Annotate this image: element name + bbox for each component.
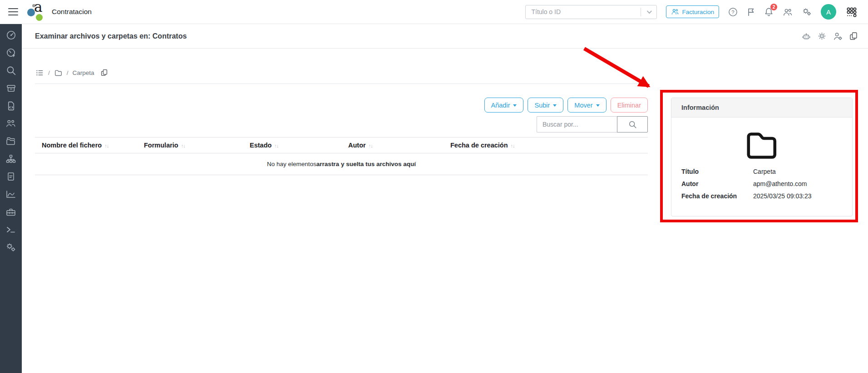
- sort-icon: ↑↓: [274, 143, 278, 148]
- facturacion-button[interactable]: Facturacion: [666, 5, 719, 18]
- caret-down-icon: [513, 104, 517, 107]
- sort-icon: ↑↓: [511, 143, 515, 148]
- info-value: 2025/03/25 09:03:23: [753, 192, 811, 200]
- upload-button-label: Subir: [534, 102, 550, 109]
- large-folder-icon: [745, 131, 779, 161]
- file-toolbar: Añadir Subir Mover Eliminar: [35, 98, 648, 113]
- info-panel: Información Título Carpeta Autor apm@ath…: [671, 98, 853, 216]
- table-search-button[interactable]: [617, 116, 648, 133]
- app-title: Contratacion: [52, 8, 92, 16]
- facturacion-label: Facturacion: [682, 9, 714, 15]
- chart-icon[interactable]: [5, 189, 16, 200]
- empty-drag-text: arrastra y suelta tus archivos aquí: [316, 161, 416, 167]
- sort-icon: ↑↓: [181, 143, 185, 148]
- empty-state-row: No hay elementosarrastra y suelta tus ar…: [35, 153, 648, 175]
- section-divider: [35, 83, 648, 84]
- breadcrumb-folder-label[interactable]: Carpeta: [73, 69, 94, 76]
- drop-zone[interactable]: No hay elementosarrastra y suelta tus ar…: [35, 153, 648, 175]
- add-button[interactable]: Añadir: [484, 98, 524, 113]
- chevron-down-icon: [647, 9, 652, 14]
- files-table: Nombre del fichero↑↓ Formulario↑↓ Estado…: [35, 137, 648, 175]
- document-icon[interactable]: [5, 171, 16, 182]
- caret-down-icon: [553, 104, 557, 107]
- file-code-icon[interactable]: [5, 100, 16, 111]
- sort-icon: ↑↓: [104, 143, 108, 148]
- root-list-icon[interactable]: [35, 69, 44, 77]
- apps-grid-button[interactable]: [845, 6, 857, 18]
- global-search-group: [525, 5, 657, 19]
- caret-down-icon: [596, 104, 600, 107]
- help-button[interactable]: ?: [728, 7, 738, 17]
- gear-icon[interactable]: [817, 31, 827, 41]
- toolbox-icon[interactable]: [5, 206, 16, 217]
- settings-gears-button[interactable]: [802, 7, 812, 16]
- athento-logo[interactable]: a: [26, 2, 46, 22]
- column-header-autor[interactable]: Autor↑↓: [341, 137, 444, 153]
- logo-dot-green: [36, 14, 43, 21]
- global-search-input[interactable]: [526, 8, 641, 15]
- delete-button[interactable]: Eliminar: [611, 98, 648, 113]
- top-navbar: a Contratacion Facturacion ?: [0, 0, 868, 24]
- search-dropdown-toggle[interactable]: [641, 5, 656, 19]
- folders-icon[interactable]: [5, 136, 16, 147]
- robot-assistant-icon[interactable]: [801, 32, 811, 41]
- table-search-input[interactable]: [537, 116, 617, 133]
- breadcrumb-separator: /: [48, 69, 50, 76]
- move-button[interactable]: Mover: [567, 98, 606, 113]
- column-header-estado[interactable]: Estado↑↓: [243, 137, 341, 153]
- move-button-label: Mover: [574, 102, 592, 109]
- flag-button[interactable]: [747, 7, 755, 16]
- info-row-fecha: Fecha de creación 2025/03/25 09:03:23: [681, 192, 842, 200]
- column-header-nombre[interactable]: Nombre del fichero↑↓: [35, 137, 137, 153]
- users-icon: [671, 8, 679, 15]
- user-permissions-icon[interactable]: [833, 31, 843, 41]
- column-header-fecha[interactable]: Fecha de creación↑↓: [444, 137, 648, 153]
- info-label: Fecha de creación: [681, 192, 753, 200]
- table-search-row: [35, 116, 648, 133]
- info-label: Autor: [681, 180, 753, 187]
- info-row-autor: Autor apm@athento.com: [681, 180, 842, 187]
- delete-button-label: Eliminar: [617, 102, 641, 109]
- notifications-button[interactable]: 2: [764, 7, 774, 17]
- sitemap-icon[interactable]: [5, 153, 16, 164]
- info-value: Carpeta: [753, 168, 776, 175]
- notification-badge: 2: [770, 4, 777, 10]
- info-label: Título: [681, 168, 753, 175]
- info-value: apm@athento.com: [753, 180, 807, 187]
- info-row-titulo: Título Carpeta: [681, 168, 842, 175]
- page-title: Examinar archivos y carpetas en: Contrat…: [35, 32, 187, 40]
- dashboard-gauge-icon[interactable]: [5, 29, 16, 40]
- copy-path-icon[interactable]: [100, 69, 108, 77]
- archive-box-icon[interactable]: [5, 83, 16, 93]
- question-glyph: ?: [731, 9, 734, 15]
- breadcrumb-separator: /: [67, 69, 69, 76]
- avatar[interactable]: A: [821, 4, 836, 20]
- upload-button[interactable]: Subir: [528, 98, 563, 113]
- info-panel-title: Información: [671, 98, 852, 118]
- add-button-label: Añadir: [491, 102, 510, 109]
- users-icon[interactable]: [5, 118, 16, 129]
- folder-icon[interactable]: [54, 69, 63, 77]
- left-sidebar: [0, 24, 22, 373]
- empty-text: No hay elementos: [267, 161, 316, 167]
- logo-letter: a: [34, 0, 42, 15]
- performance-gauge-icon[interactable]: [5, 47, 16, 58]
- hamburger-menu-icon[interactable]: [8, 8, 18, 15]
- breadcrumb: / / Carpeta: [35, 69, 868, 77]
- users-menu-button[interactable]: [783, 8, 793, 16]
- search-icon[interactable]: [5, 65, 16, 76]
- sort-icon: ↑↓: [369, 143, 373, 148]
- copy-documents-icon[interactable]: [849, 31, 858, 41]
- gears-icon[interactable]: [5, 242, 16, 253]
- page-subheader: Examinar archivos y carpetas en: Contrat…: [22, 24, 868, 49]
- column-header-formulario[interactable]: Formulario↑↓: [137, 137, 243, 153]
- terminal-icon[interactable]: [5, 224, 16, 235]
